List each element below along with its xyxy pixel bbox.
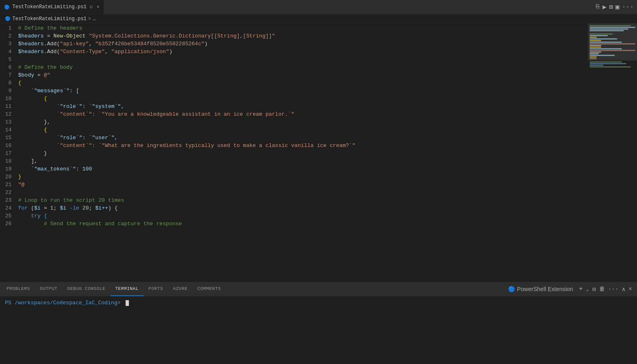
line-content: $headers = New-Object "System.Collection… <box>16 33 588 39</box>
line-number: 4 <box>0 49 16 55</box>
line-number: 2 <box>0 33 16 39</box>
token: "Content-Type" <box>60 49 105 55</box>
token: "@ <box>18 182 25 188</box>
token: `"messages`": [ <box>18 88 79 94</box>
editor-tab[interactable]: 🔵 TestTokenRateLimiting.ps1 U × <box>0 0 104 14</box>
token: "api-key" <box>60 41 89 47</box>
line-number: 13 <box>0 119 16 125</box>
panel-tab-azure[interactable]: AZURE <box>168 282 193 296</box>
token: { <box>18 80 21 86</box>
table-row: 12 `"content`": `"You are a knowledgeabl… <box>0 110 588 118</box>
token <box>86 33 89 39</box>
table-row: 8{ <box>0 79 588 87</box>
editor-area: 1# Define the headers2$headers = New-Obj… <box>0 23 637 282</box>
token: "System.Collections.Generic.Dictionary[[… <box>89 33 275 39</box>
table-row: 3$headers.Add("api-key", "b352f426be5348… <box>0 40 588 48</box>
token: 1 <box>50 205 54 211</box>
panel-tab-output[interactable]: OUTPUT <box>35 282 63 296</box>
minimap-content <box>588 23 637 70</box>
table-row: 17 } <box>0 149 588 157</box>
table-row: 24for ($i = 1; $i -le 20; $i++) { <box>0 204 588 212</box>
table-row: 23# Loop to run the script 20 times <box>0 196 588 204</box>
minimap[interactable] <box>588 23 637 282</box>
line-number: 18 <box>0 158 16 164</box>
table-row: 14 { <box>0 126 588 134</box>
breadcrumb-more[interactable]: … <box>93 16 96 22</box>
ps-extension-icon: 🔵 <box>508 286 515 292</box>
split-editor-icon[interactable]: ⊞ <box>609 3 613 11</box>
more-terminal-icon[interactable]: ··· <box>608 286 618 292</box>
table-row: 2$headers = New-Object "System.Collectio… <box>0 32 588 40</box>
tab-modified: U <box>90 5 93 9</box>
token: for <box>18 205 28 211</box>
line-number: 5 <box>0 56 16 63</box>
line-content: `"content`": `"What are the ingredients … <box>16 142 588 149</box>
code-lines: 1# Define the headers2$headers = New-Obj… <box>0 23 588 228</box>
code-editor[interactable]: 1# Define the headers2$headers = New-Obj… <box>0 23 588 282</box>
table-row: 26 # Send the request and capture the re… <box>0 220 588 228</box>
line-content: { <box>16 127 588 133</box>
line-content: try { <box>16 213 588 219</box>
panel-tab-ports[interactable]: PORTS <box>144 282 168 296</box>
token: , <box>89 41 96 47</box>
token: } <box>18 174 21 180</box>
token: try { <box>18 213 47 219</box>
line-content: `"max_tokens`": 100 <box>16 166 588 172</box>
line-content: "@ <box>16 182 588 188</box>
line-content <box>16 56 588 63</box>
line-content: `"role`": `"system`", <box>16 103 588 110</box>
panel-tab-comments[interactable]: COMMENTS <box>193 282 226 296</box>
ps-extension-button[interactable]: 🔵 PowerShell Extension <box>506 285 575 293</box>
split-terminal-icon[interactable]: ⊟ <box>593 286 596 293</box>
token: $i <box>60 205 66 211</box>
table-row: 9 `"messages`": [ <box>0 87 588 95</box>
line-number: 26 <box>0 221 16 227</box>
token: "b352f426be53484f8520e5502285264c" <box>95 41 204 47</box>
breadcrumb-filename[interactable]: TestTokenRateLimiting.ps1 <box>12 16 86 22</box>
terminal-chevron-icon[interactable]: ⌄ <box>586 286 589 292</box>
panel-tab-problems[interactable]: PROBLEMS <box>2 282 35 296</box>
line-number: 8 <box>0 80 16 86</box>
table-row: 11 `"role`": `"system`", <box>0 103 588 110</box>
add-terminal-icon[interactable]: + <box>579 285 583 293</box>
tab-close-button[interactable]: × <box>97 5 100 9</box>
panel-tab-terminal[interactable]: TERMINAL <box>110 282 144 296</box>
table-row: 10 { <box>0 95 588 103</box>
line-number: 21 <box>0 182 16 188</box>
token: }, <box>18 119 50 125</box>
line-content: # Define the body <box>16 64 588 70</box>
terminal-prompt: PS /workspaces/Codespace_IaC_Coding> <box>5 300 632 306</box>
line-content: # Send the request and capture the respo… <box>16 221 588 227</box>
line-content: # Loop to run the script 20 times <box>16 197 588 203</box>
more-actions-icon[interactable]: ··· <box>622 3 634 11</box>
table-row: 15 `"role`": `"user`", <box>0 134 588 142</box>
token: { <box>18 96 47 102</box>
terminal-content[interactable]: PS /workspaces/Codespace_IaC_Coding> <box>0 296 637 364</box>
table-row: 4$headers.Add("Content-Type", "applicati… <box>0 48 588 56</box>
token: ) { <box>108 205 118 211</box>
panel-close-icon[interactable]: × <box>629 286 632 292</box>
line-number: 25 <box>0 213 16 219</box>
run-icon[interactable]: ▶ <box>602 3 607 11</box>
delete-terminal-icon[interactable]: 🗑 <box>599 286 605 292</box>
table-row: 7$body = @" <box>0 71 588 79</box>
table-row: 20} <box>0 173 588 181</box>
token: $body <box>18 72 34 78</box>
layout-icon[interactable]: ▣ <box>616 3 620 11</box>
token: .Add( <box>44 41 60 47</box>
token: `"content`": `"You are a knowledgeable a… <box>18 111 294 117</box>
line-content: } <box>16 150 588 156</box>
line-number: 14 <box>0 127 16 133</box>
open-changes-icon[interactable]: ⎘ <box>596 3 600 11</box>
panel-collapse-icon[interactable]: ∧ <box>622 286 625 293</box>
token: ; <box>89 205 96 211</box>
panel-tab-debug-console[interactable]: DEBUG CONSOLE <box>62 282 110 296</box>
token: 20 <box>82 205 89 211</box>
token: { <box>18 127 47 133</box>
table-row: 25 try { <box>0 212 588 220</box>
line-content: $headers.Add("api-key", "b352f426be53484… <box>16 41 588 47</box>
line-number: 6 <box>0 64 16 70</box>
token: ], <box>18 158 37 164</box>
line-number: 9 <box>0 88 16 94</box>
tab-actions: ⎘ ▶ ⊞ ▣ ··· <box>596 3 637 11</box>
